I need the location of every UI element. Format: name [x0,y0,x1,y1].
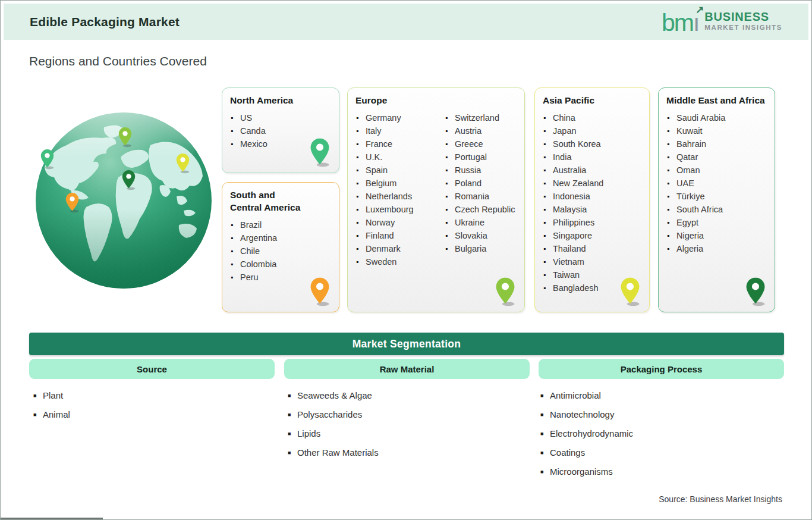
map-pin-icon [309,138,331,168]
region-card-north-america: North America USCandaMexico [222,87,339,173]
region-card-asia-pacific: Asia Pacific ChinaJapanSouth KoreaIndiaA… [534,87,650,312]
region-title: South and Central America [230,189,304,214]
country-item: Qatar [666,151,767,164]
map-pin-icon [495,277,516,307]
segment-list-packaging-process: AntimicrobialNanotechnologyElectrohydrod… [540,389,633,484]
region-card-middle-east-africa: Middle East and Africa Saudi ArabiaKuwai… [658,87,775,312]
header-bar: Edible Packaging Market bmı ↗ BUSINESS M… [4,4,808,40]
segment-list-source: PlantAnimal [33,389,70,427]
country-item: Germany [355,111,445,124]
country-item: Belgium [355,177,445,190]
map-pin-icon [619,277,641,307]
country-item: Czech Republic [445,203,515,216]
segment-item: Microorganisms [540,465,633,484]
segment-header-label: Packaging Process [621,364,703,374]
country-item: Bahrain [666,137,767,151]
country-item: Italy [355,124,445,137]
country-item: Chile [230,245,331,258]
segment-list-raw-material: Seaweeds & AlgaePolysaccharidesLipidsOth… [288,389,379,465]
map-pin-icon [745,277,766,307]
logo-line-market-insights: MARKET INSIGHTS [704,24,782,32]
world-globe [34,111,213,290]
country-item: Russia [445,164,515,177]
country-item: US [230,111,331,124]
segment-header-packaging-process: Packaging Process [539,359,784,379]
section-title: Regions and Countries Covered [29,54,207,68]
country-item: Finland [355,229,445,242]
segment-header-label: Source [137,364,167,374]
segment-item: Seaweeds & Algae [288,389,379,408]
country-item: South Africa [666,203,767,216]
country-item: U.K. [355,151,445,164]
country-item: Nigeria [666,229,767,242]
bmi-logo-mark: bmı ↗ [662,13,698,33]
country-item: Norway [355,216,445,229]
bottom-edge-decoration [1,518,103,519]
country-item: UAE [666,177,767,190]
country-item: Argentina [230,231,331,245]
country-item: Netherlands [355,190,445,203]
region-title: Asia Pacific [543,95,641,107]
country-item: Australia [543,164,641,177]
country-item: Indonesia [543,190,641,203]
segment-item: Electrohydrodynamic [540,427,633,446]
segment-item: Nanotechnology [540,408,633,427]
segment-header-raw-material: Raw Material [284,359,530,379]
report-title: Edible Packaging Market [30,15,180,29]
bmi-logo-text: BUSINESS MARKET INSIGHTS [704,11,782,33]
segment-item: Other Raw Materials [288,446,379,465]
country-item: South Korea [543,137,641,151]
country-item: Portugal [445,151,515,164]
country-item: Philippines [543,216,641,229]
segment-item: Polysaccharides [288,408,379,427]
infographic-root: Edible Packaging Market bmı ↗ BUSINESS M… [0,0,812,520]
country-list: BrazilArgentinaChileColombiaPeru [230,218,331,284]
country-item: Saudi Arabia [666,111,767,124]
region-card-south-central-america: South and Central America BrazilArgentin… [222,182,339,312]
country-item: Türkiye [666,190,767,203]
region-card-europe: Europe GermanyItalyFranceU.K.SpainBelgiu… [347,87,525,312]
country-item: Sweden [355,255,445,268]
country-item: Denmark [355,242,445,255]
globe-illustration [34,111,213,290]
country-item: Spain [355,164,445,177]
country-item: Singapore [543,229,641,242]
segment-item: Antimicrobial [540,389,633,408]
country-item: France [355,137,445,151]
country-item: Japan [543,124,641,137]
map-pin-icon [309,277,331,307]
region-title: Middle East and Africa [666,95,767,107]
country-item: Greece [445,137,515,151]
country-item: China [543,111,641,124]
country-item: Brazil [230,218,331,231]
market-segmentation-banner: Market Segmentation [29,333,784,355]
segment-header-source: Source [29,359,275,379]
country-item: Poland [445,177,515,190]
segment-header-label: Raw Material [380,364,435,374]
segment-item: Coatings [540,446,633,465]
market-segmentation-title: Market Segmentation [353,338,461,350]
country-list: ChinaJapanSouth KoreaIndiaAustraliaNew Z… [543,111,641,295]
country-item: Oman [666,164,767,177]
country-item: India [543,151,641,164]
country-item: Egypt [666,216,767,229]
country-item: Romania [445,190,515,203]
country-item: Ukraine [445,216,515,229]
country-item: Canda [230,124,331,137]
europe-country-columns: GermanyItalyFranceU.K.SpainBelgiumNether… [355,111,517,268]
country-item: New Zealand [543,177,641,190]
arrow-up-right-icon: ↗ [695,6,703,14]
country-item: Colombia [230,258,331,271]
country-item: Luxembourg [355,203,445,216]
segment-item: Plant [33,389,70,408]
country-item: Vietnam [543,255,641,268]
country-list: GermanyItalyFranceU.K.SpainBelgiumNether… [355,111,445,268]
country-item: Malaysia [543,203,641,216]
country-list: SwitzerlandAustriaGreecePortugalRussiaPo… [445,111,515,268]
logo-line-business: BUSINESS [704,11,782,23]
country-item: Kuwait [666,124,767,137]
region-title: Europe [355,95,517,107]
country-item: Bulgaria [445,242,515,255]
source-note: Source: Business Market Insights [659,494,782,504]
segment-item: Animal [33,408,70,427]
